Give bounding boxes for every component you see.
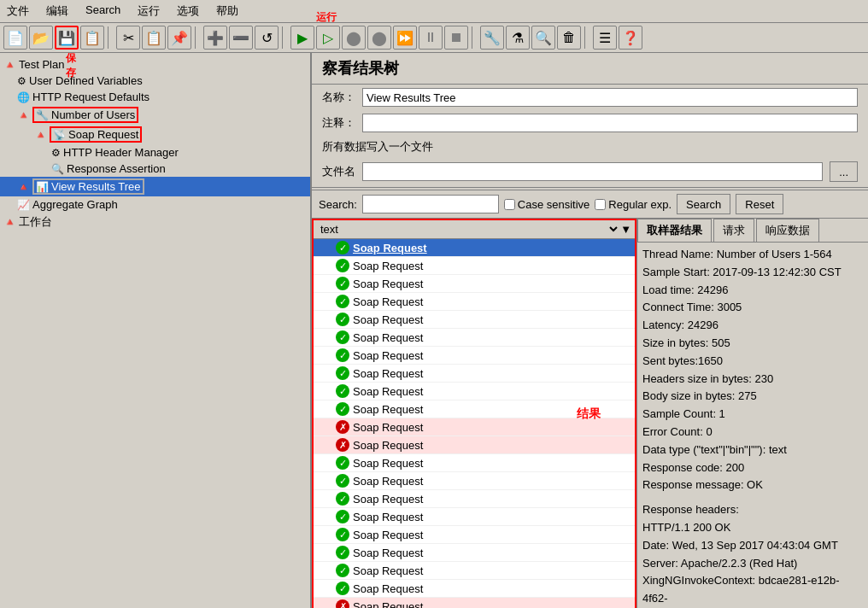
result-item[interactable]: ✓Soap Request — [314, 508, 635, 526]
help-button[interactable]: ❓ — [619, 26, 642, 50]
tree-item-soap-req[interactable]: 🔺 📡 Soap Request — [0, 125, 310, 144]
reset-button[interactable]: ↺ — [255, 26, 279, 50]
search-button[interactable]: Search — [677, 194, 730, 214]
regex-checkbox[interactable] — [595, 199, 606, 210]
search-input[interactable] — [362, 195, 499, 213]
search-tree-button[interactable]: 🔍 — [531, 26, 555, 50]
detail-line: Error Count: 0 — [642, 424, 863, 441]
view-results-label: View Results Tree — [51, 180, 141, 193]
status-icon-green: ✓ — [336, 546, 349, 559]
start-button[interactable]: ▶ — [290, 26, 314, 50]
tree-item-response-assert[interactable]: 🔍 Response Assertion — [0, 161, 310, 177]
result-label: Soap Request — [353, 260, 423, 272]
clear-button[interactable]: 🗑 — [557, 26, 581, 50]
result-item[interactable]: ✓Soap Request — [314, 293, 635, 311]
jar-button[interactable]: ⚗ — [506, 26, 530, 50]
toolbar-add-group: ➕ ➖ ↺ — [203, 26, 279, 50]
jieguo-label: 结果 — [577, 406, 601, 422]
menu-run[interactable]: 运行 — [134, 2, 163, 20]
search-bar: Search: Case sensitive Regular exp. Sear… — [312, 190, 868, 219]
stop-button[interactable]: ⬤ — [342, 26, 366, 50]
result-item[interactable]: ✓Soap Request — [314, 562, 635, 580]
menu-help[interactable]: 帮助 — [213, 2, 242, 20]
save-button[interactable]: 💾 保存 — [55, 26, 79, 50]
browse-button[interactable]: ... — [830, 161, 858, 182]
copy-button[interactable]: 📋 — [142, 26, 166, 50]
main-area: 🔺 Test Plan ⚙ User Defined Variables 🌐 H… — [0, 53, 868, 608]
result-item[interactable]: ✓Soap Request — [314, 365, 635, 383]
result-item[interactable]: ✓Soap Request — [314, 329, 635, 347]
result-item[interactable]: ✓Soap Request — [314, 347, 635, 365]
cut-button[interactable]: ✂ — [116, 26, 140, 50]
detail-line: Sample Count: 1 — [642, 406, 863, 424]
paste-button[interactable]: 📌 — [167, 26, 191, 50]
result-label: Soap Request — [353, 278, 423, 290]
result-item[interactable]: ✓Soap Request — [314, 383, 635, 400]
add-button[interactable]: ➕ — [203, 26, 227, 50]
results-items-container: ✓Soap Request✓Soap Request✓Soap Request✓… — [314, 239, 635, 608]
result-item[interactable]: ✓Soap Request — [314, 239, 635, 257]
toolbar-edit-group: ✂ 📋 📌 — [116, 26, 191, 50]
result-item[interactable]: ✓Soap Request — [314, 454, 635, 472]
sep-4 — [472, 26, 477, 49]
detail-line: XingNGInvokeContext: bdcae281-e12b-4f62- — [642, 572, 863, 608]
toolbar: 📄 📂 💾 保存 📋 ✂ 📋 📌 ➕ ➖ ↺ 运行 ▶ ▷ ⬤ ⬤ ⏩ ⏸ ⏹ … — [0, 23, 868, 53]
function-button[interactable]: 🔧 — [480, 26, 504, 50]
new-button[interactable]: 📄 — [3, 26, 27, 50]
stop-remote-button[interactable]: ⏸ — [419, 26, 443, 50]
result-label: Soap Request — [353, 349, 423, 362]
open-button[interactable]: 📂 — [29, 26, 53, 50]
detail-line: Connect Time: 3005 — [642, 299, 863, 317]
tree-item-http-header[interactable]: ⚙ HTTP Header Manager — [0, 144, 310, 161]
tree-item-workbench[interactable]: 🔺 工作台 — [0, 213, 310, 231]
tree-item-agg-graph[interactable]: 📈 Aggregate Graph — [0, 196, 310, 213]
http-header-icon: ⚙ — [51, 147, 61, 159]
reset-button[interactable]: Reset — [736, 194, 783, 214]
menu-file[interactable]: 文件 — [3, 2, 32, 20]
result-item[interactable]: ✓Soap Request — [314, 490, 635, 508]
clear-remote-button[interactable]: ⏹ — [444, 26, 468, 50]
list-button[interactable]: ☰ — [593, 26, 617, 50]
result-item[interactable]: ✓Soap Request — [314, 526, 635, 544]
tab-response-data[interactable]: 响应数据 — [756, 219, 819, 242]
start-remote-button[interactable]: ⏩ — [393, 26, 417, 50]
result-item[interactable]: ✓Soap Request — [314, 311, 635, 329]
tree-item-user-vars[interactable]: ⚙ User Defined Variables — [0, 73, 310, 89]
tree-item-view-results[interactable]: 🔺 📊 View Results Tree — [0, 177, 310, 196]
status-icon-green: ✓ — [336, 456, 349, 470]
start-no-pauses-button[interactable]: ▷ — [316, 26, 340, 50]
workbench-label: 工作台 — [19, 214, 52, 230]
result-item[interactable]: ✓Soap Request — [314, 580, 635, 598]
name-input[interactable] — [362, 88, 858, 107]
result-label: Soap Request — [353, 493, 423, 506]
result-item[interactable]: ✓Soap Request — [314, 544, 635, 562]
result-label: Soap Request — [353, 439, 423, 452]
result-item[interactable]: ✓Soap Request — [314, 275, 635, 293]
tab-request[interactable]: 请求 — [713, 219, 754, 242]
toolbar-list-group: ☰ ❓ — [593, 26, 642, 50]
detail-line: Data type ("text"|"bin"|""): text — [642, 441, 863, 459]
detail-line: Headers size in bytes: 230 — [642, 371, 863, 389]
results-filter-select[interactable]: text — [317, 222, 620, 237]
shutdown-button[interactable]: ⬤ — [367, 26, 391, 50]
case-sensitive-checkbox[interactable] — [504, 199, 515, 210]
result-item[interactable]: ✗Soap Request — [314, 436, 635, 454]
menu-search[interactable]: Search — [82, 2, 124, 20]
menu-edit[interactable]: 编辑 — [43, 2, 72, 20]
result-item[interactable]: ✓Soap Request — [314, 472, 635, 490]
sep-3 — [282, 26, 287, 49]
menu-options[interactable]: 选项 — [173, 2, 202, 20]
remove-button[interactable]: ➖ — [229, 26, 253, 50]
tab-sampler-results[interactable]: 取样器结果 — [637, 219, 712, 242]
notes-input[interactable] — [362, 114, 858, 132]
user-vars-icon: ⚙ — [17, 75, 26, 87]
result-item[interactable]: ✗Soap Request — [314, 598, 635, 608]
template-button[interactable]: 📋 — [80, 26, 104, 50]
status-icon-green: ✓ — [336, 241, 349, 254]
tree-item-num-users[interactable]: 🔺 🔧 Number of Users — [0, 105, 310, 125]
result-item[interactable]: ✓Soap Request — [314, 257, 635, 275]
filename-input[interactable] — [362, 162, 823, 181]
num-users-inner-icon: 🔧 — [36, 109, 49, 121]
tree-item-test-plan[interactable]: 🔺 Test Plan — [0, 56, 310, 73]
tree-item-http-defaults[interactable]: 🌐 HTTP Request Defaults — [0, 89, 310, 105]
